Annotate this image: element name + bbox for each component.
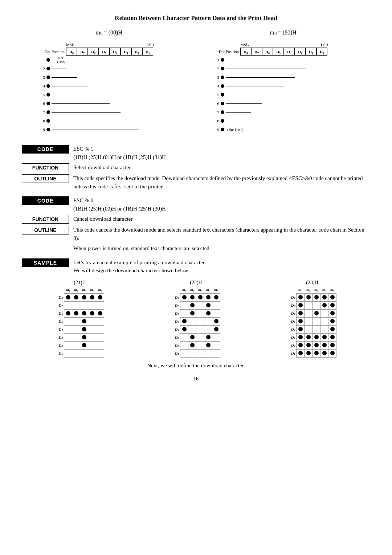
bit-d2-left: D2: [131, 48, 142, 56]
sample-grids: (21)H m1 m2 m3 m4 m5 D₈D₇D₆D₅D₄D₃D₂D₁ (2…: [22, 280, 370, 358]
dot-row-3-left: 3: [40, 73, 178, 82]
bit-d5-left: D5: [99, 48, 110, 56]
grid-23h: (23)H m1 m2 m3 m4 m5 D₈D₇D₆D₅D₄D₃D₂D₁: [288, 280, 337, 358]
function2-content: Cancel download character: [73, 215, 370, 223]
dot-row-2-right: 2: [214, 64, 352, 73]
grid-22h-table: m1 m2 m3 m4 m5 D₈D₇D₆D₅D₄D₃D₂D₁: [172, 287, 221, 358]
code2-line2: (1B)H (25)H (00)H or (1B)H (25)H (30)H: [73, 205, 370, 213]
function1-label: FUNCTION: [22, 163, 69, 172]
code1-label: CODE: [22, 145, 69, 154]
bit-d3-left: D3: [121, 48, 131, 56]
function1-content: Select download character: [73, 163, 370, 172]
code2-line1: ESC % 0: [73, 196, 370, 205]
equation-right: m₀ = (80)H: [270, 29, 297, 36]
dot-row-9-right: 9 (Not Used): [214, 125, 352, 134]
dot-row-5-left: 5: [40, 90, 178, 99]
sample-content: Let’s try an actual example of printing …: [73, 258, 370, 275]
bit-d7-left: D7: [77, 48, 88, 56]
code1-line1: ESC % 1: [73, 145, 370, 153]
dot-row-1-right: 1: [214, 56, 352, 64]
lsb-label-right: LSB: [321, 42, 328, 47]
dot-row-8-right: 8: [214, 117, 352, 125]
dot-position-label-right: Dot Position: [214, 49, 240, 54]
col-m1-21h: m1: [64, 287, 72, 294]
code2-label: CODE: [22, 196, 69, 205]
outline2-para2: When power is turned on, standard text c…: [73, 244, 370, 253]
section-function2: FUNCTION Cancel download character: [22, 215, 370, 224]
page-number: – 16 –: [22, 376, 370, 382]
msb-label-left: MSB: [66, 42, 74, 47]
outline2-label: OUTLINE: [22, 226, 69, 234]
bit-d8-left: D8: [66, 48, 77, 56]
section-outline2: OUTLINE This code cancels the download m…: [22, 226, 370, 253]
outline2-content: This code cancels the download mode and …: [73, 226, 370, 253]
page-title: Relation Between Character Pattern Data …: [22, 15, 370, 22]
section-code1: CODE ESC % 1 (1B)H (25)H (01)H or (1B)H …: [22, 145, 370, 161]
equations-row: m₀ = (00)H m₀ = (80)H: [22, 29, 370, 36]
dot-position-label-left: Dot Position: [40, 49, 66, 54]
sample-label: SAMPLE: [22, 258, 69, 267]
sample-line1: Let’s try an actual example of printing …: [73, 258, 370, 267]
dot-row-1-left: 1 ⌐Not Used⌐: [40, 56, 178, 64]
dot-row-7-right: 7: [214, 108, 352, 117]
section-outline1: OUTLINE This code specifies the download…: [22, 174, 370, 191]
dot-row-4-right: 4: [214, 82, 352, 90]
bit-d1-left: D1: [142, 48, 153, 56]
diagram-right: MSB LSB Dot Position D8 D7 D6 D5 D4 D3 D…: [214, 42, 352, 134]
dot-row-2-left: 2: [40, 64, 178, 73]
grid-22h-label: (22)H: [190, 280, 202, 286]
diagrams-row: MSB LSB Dot Position D8 D7 D6 D5 D4 D3 D…: [22, 42, 370, 134]
col-m2-21h: m2: [72, 287, 80, 294]
code1-content: ESC % 1 (1B)H (25)H (01)H or (1B)H (25)H…: [73, 145, 370, 161]
code1-line2: (1B)H (25)H (01)H or (1B)H (25)H (31)H: [73, 153, 370, 162]
msb-label-right: MSB: [240, 42, 249, 47]
dot-row-6-left: 6: [40, 99, 178, 108]
grid-21h: (21)H m1 m2 m3 m4 m5 D₈D₇D₆D₅D₄D₃D₂D₁: [56, 280, 105, 358]
bit-d6-left: D6: [88, 48, 99, 56]
bit-d3-right: D3: [295, 48, 306, 56]
grid-23h-table: m1 m2 m3 m4 m5 D₈D₇D₆D₅D₄D₃D₂D₁: [288, 287, 337, 358]
next-text: Next, we will define the download charac…: [22, 363, 370, 369]
dot-row-9-left: 9: [40, 125, 178, 134]
section-sample: SAMPLE Let’s try an actual example of pr…: [22, 258, 370, 275]
diagram-left: MSB LSB Dot Position D8 D7 D6 D5 D4 D3 D…: [40, 42, 178, 134]
grid-23h-label: (23)H: [306, 280, 318, 286]
code2-content: ESC % 0 (1B)H (25)H (00)H or (1B)H (25)H…: [73, 196, 370, 213]
equation-left: m₀ = (00)H: [95, 29, 122, 36]
lsb-label-left: LSB: [147, 42, 154, 47]
bit-d5-right: D5: [273, 48, 284, 56]
col-m3-21h: m3: [80, 287, 88, 294]
section-code2: CODE ESC % 0 (1B)H (25)H (00)H or (1B)H …: [22, 196, 370, 213]
bit-d2-right: D2: [306, 48, 317, 56]
dot-row-3-right: 3: [214, 73, 352, 82]
bit-d1-right: D1: [317, 48, 327, 56]
bit-d6-right: D6: [262, 48, 273, 56]
dot-row-5-right: 5: [214, 90, 352, 99]
outline1-label: OUTLINE: [22, 174, 69, 183]
bit-d8-right: D8: [240, 48, 251, 56]
col-m5-21h: m5: [96, 287, 104, 294]
outline2-para1: This code cancels the download mode and …: [73, 226, 370, 242]
dot-row-7-left: 7: [40, 108, 178, 117]
outline1-content: This code specifies the download mode. D…: [73, 174, 370, 191]
grid-21h-label: (21)H: [74, 280, 86, 286]
function2-label: FUNCTION: [22, 215, 69, 224]
dot-row-4-left: 4: [40, 82, 178, 90]
grid-22h: (22)H m1 m2 m3 m4 m5 D₈D₇D₆D₅D₄D₃D₂D₁: [172, 280, 221, 358]
section-function1: FUNCTION Select download character: [22, 163, 370, 172]
dot-row-8-left: 8: [40, 117, 178, 125]
dot-row-6-right: 6: [214, 99, 352, 108]
bit-d4-right: D4: [284, 48, 295, 56]
grid-21h-table: m1 m2 m3 m4 m5 D₈D₇D₆D₅D₄D₃D₂D₁: [56, 287, 105, 358]
bit-d4-left: D4: [110, 48, 121, 56]
bit-d7-right: D7: [251, 48, 262, 56]
sample-line2: We will design the download character sh…: [73, 266, 370, 275]
col-m4-21h: m4: [88, 287, 96, 294]
